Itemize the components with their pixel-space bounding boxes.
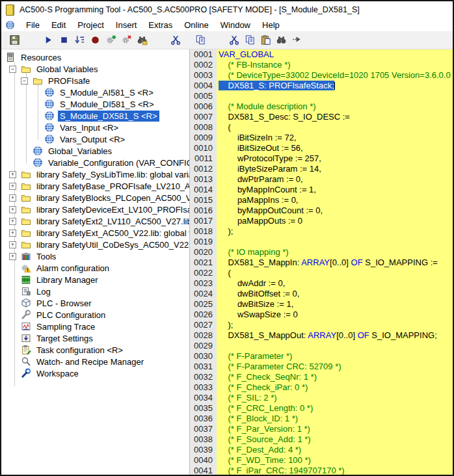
code-line[interactable]: 0019	[190, 237, 453, 247]
expander-minus-icon[interactable]: −	[21, 77, 33, 85]
tree-item-resources[interactable]: Resources	[1, 51, 189, 63]
tree-item-log[interactable]: Log	[1, 285, 189, 297]
menu-extras[interactable]: Extras	[142, 20, 178, 31]
line-number[interactable]: 0038	[190, 434, 217, 445]
code-line[interactable]: 0010 iBitSizeOut := 56,	[190, 143, 453, 153]
expander-plus-icon[interactable]: +	[9, 253, 21, 260]
code-line[interactable]: 0009 iBitSizeIn := 72,	[190, 133, 453, 143]
code-line[interactable]: 0023 dwAddr := 0,	[190, 278, 453, 289]
code-line[interactable]: 0006 (* Module description *)	[190, 101, 453, 112]
code-line[interactable]: 0018 );	[190, 226, 453, 237]
line-number[interactable]: 0015	[190, 195, 217, 205]
code-line-selected[interactable]: 0004 DX581_S: PROFIsafeStack;	[190, 81, 453, 91]
tree-item-s-module-di581-s[interactable]: S_Module_DI581_S <R>	[1, 98, 189, 110]
expander-plus-icon[interactable]: +	[9, 241, 21, 248]
line-number[interactable]: 0032	[190, 372, 217, 382]
tree-item-library-safetydeviceext[interactable]: + library SafetyDeviceExt_LV100_PROFIsaf…	[1, 204, 189, 215]
run-button[interactable]	[40, 33, 56, 47]
line-number[interactable]: 0018	[190, 226, 217, 237]
menu-edit[interactable]: Edit	[46, 20, 72, 31]
find-next-button[interactable]	[289, 33, 304, 47]
expander-minus-icon[interactable]: −	[9, 66, 21, 73]
code-line[interactable]: 0020 (* IO mapping *)	[190, 247, 453, 258]
line-number[interactable]: 0024	[190, 289, 217, 299]
line-number[interactable]: 0026	[190, 310, 217, 320]
search-project-button[interactable]	[134, 33, 150, 47]
code-line[interactable]: 0037 (* F_Par_Version: 1 *)	[190, 424, 453, 434]
line-number[interactable]: 0008	[190, 122, 217, 133]
tree-item-s-module-dx581-s[interactable]: S_Module_DX581_S <R>	[1, 110, 189, 122]
code-line[interactable]: 0041 (* F_iPar_CRC: 1949707170 *)	[190, 466, 453, 475]
tree-item-variable-configuration[interactable]: Variable_Configuration (VAR_CONFIG)	[1, 157, 189, 168]
code-line[interactable]: 0025 dwBitSize := 1,	[190, 299, 453, 310]
line-number[interactable]: 0028	[190, 330, 217, 341]
single-cycle-button[interactable]	[72, 33, 87, 47]
paste-button[interactable]	[258, 33, 273, 47]
code-line[interactable]: 0036 (* F_Block_ID: 1 *)	[190, 414, 453, 424]
menu-online[interactable]: Online	[178, 20, 215, 31]
code-line[interactable]: 0027 );	[190, 320, 453, 330]
tree-item-task-configuration[interactable]: Task configuration <R>	[1, 344, 189, 356]
line-number[interactable]: 0041	[190, 466, 217, 475]
tree-item-vars-input[interactable]: Vars_Input <R>	[1, 122, 189, 133]
tree-item-plc-browser[interactable]: PLC - Browser	[1, 297, 189, 309]
tree-item-library-safetyext2[interactable]: + library SafetyExt2_LV110_AC500_V27.lib…	[1, 215, 189, 227]
code-line[interactable]: 0013 dwPtrParam := 0,	[190, 174, 453, 185]
line-number[interactable]: 0016	[190, 205, 217, 216]
tree-item-sampling-trace[interactable]: Sampling Trace	[1, 321, 189, 332]
tree-item-vars-output[interactable]: Vars_Output <R>	[1, 133, 189, 145]
line-number[interactable]: 0029	[190, 341, 217, 351]
code-line[interactable]: 0005	[190, 91, 453, 101]
copy-button-2[interactable]	[242, 33, 258, 47]
line-number[interactable]: 0010	[190, 143, 217, 153]
code-line[interactable]: 0003 (* DeviceType=33002 DeviceId=1020 1…	[190, 70, 453, 81]
code-line[interactable]: 0021 DX581_S_MappIn: ARRAY[0..0] OF S_IO…	[190, 258, 453, 268]
tree-item-s-module-ai581-s[interactable]: S_Module_AI581_S <R>	[1, 86, 189, 98]
code-line[interactable]: 0011 wProtocolType := 257,	[190, 153, 453, 164]
code-line[interactable]: 0001VAR_GLOBAL	[190, 49, 453, 60]
tree-item-library-safetybase-profisafe[interactable]: + library SafetyBase_PROFIsafe_LV210_AC5…	[1, 180, 189, 192]
copy-button[interactable]	[193, 33, 208, 47]
tree-item-tools[interactable]: + Tools	[1, 250, 189, 262]
line-number[interactable]: 0014	[190, 185, 217, 195]
tree-item-target-settings[interactable]: Target Settings	[1, 332, 189, 344]
tree-item-alarm-configuration[interactable]: Alarm configuration	[1, 262, 189, 274]
expander-plus-icon[interactable]: +	[9, 194, 21, 202]
code-line[interactable]: 0029	[190, 341, 453, 351]
code-line[interactable]: 0012 iByteSizeParam := 14,	[190, 164, 453, 174]
expander-plus-icon[interactable]: +	[9, 230, 21, 237]
code-line[interactable]: 0035 (* F_CRC_Length: 0 *)	[190, 403, 453, 414]
menu-file[interactable]: File	[20, 20, 46, 31]
tree-item-library-safety-syslibtime[interactable]: + library Safety_SysLibTime.lib: global …	[1, 168, 189, 180]
line-number[interactable]: 0020	[190, 247, 217, 258]
line-number[interactable]: 0002	[190, 60, 217, 70]
code-line[interactable]: 0002 (* FB-Instance *)	[190, 60, 453, 70]
line-number[interactable]: 0006	[190, 101, 217, 112]
code-line[interactable]: 0016 byMappOutCount := 0,	[190, 205, 453, 216]
line-number[interactable]: 0003	[190, 70, 217, 81]
code-line[interactable]: 0014 byMappInCount := 1,	[190, 185, 453, 195]
tree-item-plc-configuration[interactable]: PLC Configuration	[1, 309, 189, 321]
line-number[interactable]: 0031	[190, 362, 217, 372]
line-number[interactable]: 0007	[190, 112, 217, 122]
tree-item-global-variables[interactable]: Global_Variables	[1, 145, 189, 157]
line-number[interactable]: 0034	[190, 393, 217, 403]
stop-button[interactable]	[56, 33, 72, 47]
expander-plus-icon[interactable]: +	[9, 171, 21, 178]
code-line[interactable]: 0040 (* F_WD_Time: 100 *)	[190, 455, 453, 466]
tree-item-library-safetyblocks-plcopen[interactable]: + library SafetyBlocks_PLCopen_AC500_V22…	[1, 192, 189, 204]
expander-plus-icon[interactable]: +	[9, 183, 21, 190]
tree-item-profisafe[interactable]: − PROFIsafe	[1, 75, 189, 86]
line-number[interactable]: 0022	[190, 268, 217, 278]
cut-button-2[interactable]	[226, 33, 242, 47]
line-number[interactable]: 0011	[190, 153, 217, 164]
expander-plus-icon[interactable]: +	[9, 218, 21, 225]
line-number[interactable]: 0023	[190, 278, 217, 289]
line-number[interactable]: 0025	[190, 299, 217, 310]
code-line[interactable]: 0026 wSwapSize := 0	[190, 310, 453, 320]
menu-window[interactable]: Window	[215, 20, 256, 31]
code-line[interactable]: 0030 (* F-Parameter *)	[190, 351, 453, 362]
code-line[interactable]: 0032 (* F_Check_SeqNr: 1 *)	[190, 372, 453, 382]
line-number[interactable]: 0030	[190, 351, 217, 362]
tree-item-global-variables-folder[interactable]: − Global Variables	[1, 63, 189, 75]
